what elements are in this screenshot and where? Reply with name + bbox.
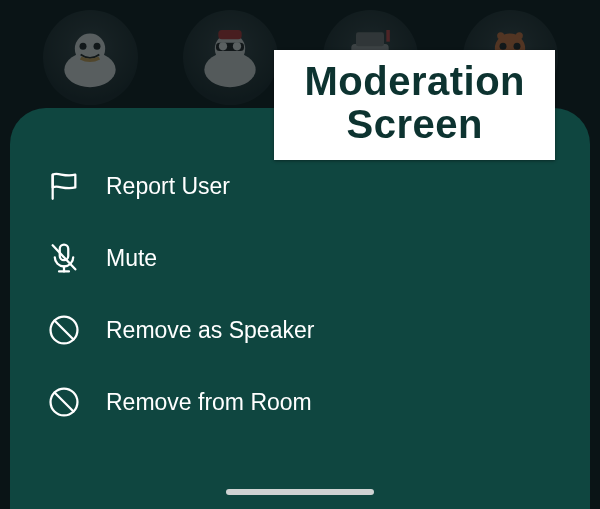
avatar — [183, 10, 278, 105]
reddit-snoo-icon — [195, 23, 265, 93]
svg-line-28 — [55, 393, 74, 412]
svg-point-20 — [516, 32, 523, 39]
menu-item-label: Remove from Room — [106, 389, 312, 416]
home-indicator[interactable] — [226, 489, 374, 495]
svg-point-17 — [500, 42, 507, 49]
svg-point-2 — [80, 42, 87, 49]
menu-item-remove-as-speaker[interactable]: Remove as Speaker — [10, 294, 590, 366]
svg-rect-14 — [386, 30, 390, 42]
menu-item-report-user[interactable]: Report User — [10, 150, 590, 222]
flag-icon — [46, 168, 82, 204]
svg-rect-9 — [218, 30, 241, 39]
svg-point-19 — [497, 32, 504, 39]
menu-item-label: Report User — [106, 173, 230, 200]
title-text: Moderation Screen — [304, 60, 525, 146]
svg-point-8 — [233, 42, 241, 50]
block-icon — [46, 384, 82, 420]
block-icon — [46, 312, 82, 348]
svg-point-3 — [94, 42, 101, 49]
menu-item-mute[interactable]: Mute — [10, 222, 590, 294]
svg-point-18 — [514, 42, 521, 49]
menu-item-remove-from-room[interactable]: Remove from Room — [10, 366, 590, 438]
moderation-sheet: Report User Mute Remove as Speaker — [10, 108, 590, 509]
mute-microphone-icon — [46, 240, 82, 276]
svg-line-26 — [55, 321, 74, 340]
menu-item-label: Remove as Speaker — [106, 317, 314, 344]
svg-point-7 — [219, 42, 227, 50]
avatar — [43, 10, 138, 105]
svg-rect-11 — [356, 32, 384, 46]
reddit-snoo-icon — [55, 23, 125, 93]
menu-item-label: Mute — [106, 245, 157, 272]
title-overlay: Moderation Screen — [274, 50, 555, 160]
